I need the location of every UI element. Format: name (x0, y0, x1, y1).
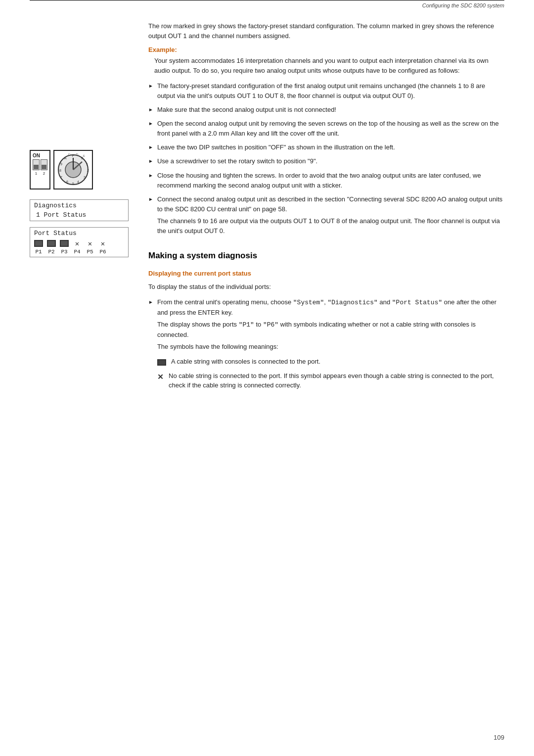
symbol-explanations: A cable string with consoles is connecte… (157, 357, 504, 390)
svg-text:5: 5 (72, 182, 74, 186)
svg-text:E: E (83, 154, 85, 157)
svg-text:C: C (68, 153, 71, 156)
port-label-p4: P4 (73, 249, 82, 255)
diagnostics-section: Diagnostics 1 Port Status Port Status (30, 199, 138, 257)
rotary-svg: F 0 1 2 3 4 5 6 7 8 9 A (56, 153, 90, 187)
bullet-item-1: ► The factory-preset standard configurat… (148, 81, 504, 101)
port-icon-p5: ✕ (86, 240, 94, 247)
dip-col-1: 1 2 (33, 159, 47, 176)
svg-text:8: 8 (59, 169, 61, 172)
subsection-title: Displaying the current port status (148, 270, 504, 277)
example-label: Example: (148, 46, 504, 53)
dip-rotary-illustration: ON 1 2 (30, 150, 138, 189)
header-title: Configuring the SDC 8200 system (422, 2, 504, 8)
bullet-text-3: Open the second analog output unit by re… (157, 119, 504, 139)
dip-num-1: 1 (33, 171, 40, 176)
svg-text:9: 9 (60, 162, 62, 166)
port-label-p6: P6 (98, 249, 107, 255)
bullet-item-3: ► Open the second analog output unit by … (148, 119, 504, 139)
bullet-item-7: ► Connect the second analog output unit … (148, 194, 504, 236)
port-bullet-arrow-1: ► (148, 298, 153, 306)
port-status-box: Port Status ✕ ✕ ✕ (30, 227, 129, 257)
port-status-intro: To display the status of the individual … (148, 282, 504, 292)
dip-switch-box: ON 1 2 (30, 150, 50, 189)
bullet-item-2: ► Make sure that the second analog outpu… (148, 105, 504, 115)
port-icons-row: ✕ ✕ ✕ (34, 240, 124, 247)
symbol-connected-line: A cable string with consoles is connecte… (157, 357, 504, 367)
bullet-text-1: The factory-preset standard configuratio… (157, 81, 504, 101)
bullet-arrow-6: ► (148, 172, 153, 180)
port-icon-p6: ✕ (98, 240, 107, 247)
port-bullet-list: ► From the central unit's operating menu… (148, 297, 504, 352)
dip-sw-2 (41, 159, 47, 170)
svg-text:D: D (76, 153, 79, 156)
connected-icon (157, 357, 168, 367)
dip-sw-1 (33, 159, 40, 170)
bullet-text-4: Leave the two DIP switches in position "… (157, 142, 395, 152)
dip-on-label: ON (33, 153, 47, 158)
bullet-list: ► The factory-preset standard configurat… (148, 81, 504, 236)
bullet-text-5: Use a screwdriver to set the rotary swit… (157, 156, 317, 166)
disconnected-icon: ✕ (157, 372, 166, 383)
bullet-arrow-2: ► (148, 106, 153, 114)
header-rule (30, 0, 504, 0)
page-header-area: Configuring the SDC 8200 system (0, 0, 534, 11)
port-labels-row: P1 P2 P3 P4 P5 P6 (34, 249, 124, 255)
bullet-arrow-5: ► (148, 157, 153, 165)
svg-text:2: 2 (87, 169, 89, 172)
bullet-item-4: ► Leave the two DIP switches in position… (148, 142, 504, 152)
main-layout: ON 1 2 (0, 11, 534, 424)
port-label-p5: P5 (86, 249, 94, 255)
page-container: Configuring the SDC 8200 system ON (0, 0, 534, 756)
symbol-disconnected-line: ✕ No cable string is connected to the po… (157, 371, 504, 390)
port-bullet-text-1: From the central unit's operating menu, … (157, 297, 504, 352)
bullet-item-6: ► Close the housing and tighten the scre… (148, 171, 504, 190)
port-label-p2: P2 (47, 249, 56, 255)
port-bullet-1: ► From the central unit's operating menu… (148, 297, 504, 352)
bullet-text-2: Make sure that the second analog output … (157, 105, 336, 115)
page-number: 109 (493, 734, 504, 741)
svg-text:A: A (64, 156, 67, 160)
bullet-arrow-3: ► (148, 120, 153, 128)
bullet-text-6: Close the housing and tighten the screws… (157, 171, 504, 190)
diagnostics-menu-box: Diagnostics 1 Port Status (30, 199, 129, 221)
port-status-title: Port Status (34, 230, 124, 237)
diagnostics-title: Diagnostics (34, 202, 124, 209)
svg-text:1: 1 (86, 162, 88, 166)
example-body: Your system accommodates 16 interpretati… (154, 56, 504, 76)
bullet-arrow-1: ► (148, 82, 153, 90)
bullet-item-5: ► Use a screwdriver to set the rotary sw… (148, 156, 504, 166)
svg-text:7: 7 (60, 176, 62, 179)
section-title: Making a system diagnosis (148, 251, 504, 261)
bullet-text-7: Connect the second analog output unit as… (157, 194, 504, 236)
disconnected-description: No cable string is connected to the port… (169, 371, 504, 390)
bullet-arrow-7: ► (148, 195, 153, 203)
port-icon-p2 (47, 240, 56, 247)
dip-num-2: 2 (41, 171, 47, 176)
port-label-p3: P3 (60, 249, 69, 255)
svg-text:3: 3 (84, 176, 86, 179)
connected-description: A cable string with consoles is connecte… (171, 357, 320, 367)
intro-text-1: The row marked in grey shows the factory… (148, 21, 504, 41)
svg-text:4: 4 (77, 180, 79, 184)
port-label-p1: P1 (34, 249, 43, 255)
rotary-box: F 0 1 2 3 4 5 6 7 8 9 A (53, 150, 93, 189)
svg-text:6: 6 (66, 180, 68, 184)
port-icon-p3 (60, 240, 69, 247)
port-icon-p4: ✕ (73, 240, 82, 247)
diagnostics-item: 1 Port Status (34, 211, 124, 219)
right-column: The row marked in grey shows the factory… (148, 21, 504, 394)
bullet-arrow-4: ► (148, 143, 153, 151)
svg-text:F: F (72, 154, 74, 157)
left-column: ON 1 2 (30, 21, 138, 394)
port-icon-p1 (34, 240, 43, 247)
